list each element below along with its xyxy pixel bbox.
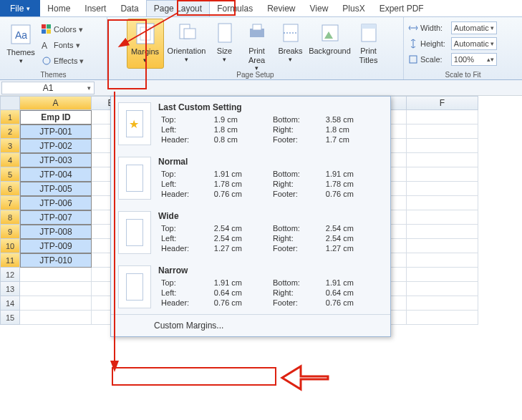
svg-rect-3 (47, 24, 51, 29)
row-header[interactable]: 6 (0, 182, 20, 196)
row-header[interactable]: 3 (0, 139, 20, 153)
size-button[interactable]: Size ▾ (210, 19, 240, 69)
effects-button[interactable]: Effects▾ (40, 53, 85, 69)
print-titles-button[interactable]: Print Titles (353, 19, 385, 69)
cell[interactable] (407, 110, 478, 124)
margins-option[interactable]: WideTop:2.54 cmBottom:2.54 cmLeft:2.54 c… (111, 205, 390, 260)
row-header[interactable]: 11 (0, 253, 20, 268)
cell[interactable]: JTP-004 (20, 167, 92, 182)
width-icon (408, 23, 418, 33)
tab-insert[interactable]: Insert (77, 0, 113, 16)
orientation-button[interactable]: Orientation ▾ (164, 19, 210, 69)
orientation-icon (175, 21, 198, 44)
custom-margins-item[interactable]: Custom Margins... (111, 314, 390, 336)
colors-button[interactable]: Colors▾ (40, 21, 85, 37)
cell[interactable]: JTP-001 (20, 124, 92, 139)
cell[interactable] (407, 311, 478, 325)
cell[interactable] (407, 167, 478, 182)
ribbon: Aa Themes ▾ Colors▾ A Fonts▾ Effects▾ (0, 17, 522, 80)
svg-rect-8 (137, 24, 154, 44)
svg-rect-20 (362, 24, 376, 29)
themes-button[interactable]: Aa Themes ▾ (4, 20, 37, 70)
formula-bar-row: A1 ▾ (0, 80, 522, 96)
cell[interactable] (407, 296, 478, 311)
tab-plusx[interactable]: PlusX (335, 0, 372, 16)
row-header[interactable]: 15 (0, 311, 20, 325)
cell[interactable] (20, 268, 92, 282)
tab-data[interactable]: Data (113, 0, 145, 16)
row-header[interactable]: 12 (0, 268, 20, 282)
cell[interactable]: JTP-007 (20, 210, 92, 225)
background-button[interactable]: Background (307, 19, 353, 69)
scale-input[interactable]: 100%▴▾ (451, 53, 497, 66)
chevron-down-icon: ▾ (185, 56, 188, 63)
cell[interactable] (407, 225, 478, 239)
cell[interactable] (407, 239, 478, 253)
cell[interactable] (407, 182, 478, 196)
row-header[interactable]: 9 (0, 225, 20, 239)
svg-text:Aa: Aa (15, 29, 27, 41)
cell[interactable] (20, 282, 92, 296)
option-title: Wide (158, 211, 383, 221)
tab-home[interactable]: Home (40, 0, 77, 16)
tab-review[interactable]: Review (260, 0, 302, 16)
width-select[interactable]: Automatic▾ (451, 21, 497, 34)
cell[interactable] (407, 282, 478, 296)
cell[interactable] (407, 139, 478, 153)
row-header[interactable]: 2 (0, 124, 20, 139)
breaks-button[interactable]: Breaks ▾ (274, 19, 307, 69)
chevron-down-icon: ▾ (19, 57, 23, 64)
group-themes: Aa Themes ▾ Colors▾ A Fonts▾ Effects▾ (0, 17, 107, 79)
height-select[interactable]: Automatic▾ (451, 37, 497, 50)
cell[interactable] (407, 268, 478, 282)
cell[interactable] (407, 210, 478, 225)
cell[interactable]: JTP-003 (20, 153, 92, 167)
cell[interactable] (20, 311, 92, 325)
row-header[interactable]: 13 (0, 282, 20, 296)
chevron-down-icon: ▾ (490, 40, 494, 47)
themes-icon: Aa (9, 23, 32, 46)
col-header-A[interactable]: A (20, 96, 92, 110)
cell[interactable] (20, 296, 92, 311)
print-area-button[interactable]: Print Area ▾ (240, 19, 274, 69)
row-header[interactable]: 14 (0, 296, 20, 311)
cell[interactable]: JTP-005 (20, 182, 92, 196)
tab-view[interactable]: View (303, 0, 336, 16)
margins-option[interactable]: NarrowTop:1.91 cmBottom:1.91 cmLeft:0.64… (111, 260, 390, 314)
scale-icon (408, 54, 418, 64)
tab-page-layout[interactable]: Page Layout (146, 0, 210, 16)
row-header[interactable]: 8 (0, 210, 20, 225)
cell[interactable]: JTP-008 (20, 225, 92, 239)
chevron-down-icon: ▾ (223, 56, 226, 63)
margins-option[interactable]: Last Custom SettingTop:1.9 cmBottom:3.58… (111, 97, 390, 151)
chevron-down-icon: ▾ (490, 24, 494, 31)
row-header[interactable]: 7 (0, 196, 20, 210)
colors-icon (42, 24, 52, 34)
row-header[interactable]: 1 (0, 110, 20, 124)
fonts-button[interactable]: A Fonts▾ (40, 37, 85, 53)
width-row: Width: (407, 20, 447, 36)
row-header[interactable]: 5 (0, 167, 20, 182)
cell[interactable]: Emp ID (20, 110, 92, 124)
cell[interactable]: JTP-009 (20, 239, 92, 253)
name-box[interactable]: A1 ▾ (1, 82, 95, 94)
row-header[interactable]: 10 (0, 239, 20, 253)
margins-button[interactable]: Margins ▾ (127, 19, 164, 69)
effects-icon (42, 56, 52, 66)
margins-option[interactable]: NormalTop:1.91 cmBottom:1.91 cmLeft:1.78… (111, 151, 390, 205)
cell[interactable] (407, 153, 478, 167)
file-tab[interactable]: File ▾ (0, 0, 40, 16)
chevron-down-icon: ▾ (289, 56, 292, 63)
option-title: Last Custom Setting (158, 102, 383, 112)
cell[interactable]: JTP-010 (20, 253, 92, 268)
row-header[interactable]: 4 (0, 153, 20, 167)
select-all-corner[interactable] (0, 96, 20, 110)
tab-formulas[interactable]: Formulas (210, 0, 260, 16)
cell[interactable]: JTP-006 (20, 196, 92, 210)
cell[interactable] (407, 196, 478, 210)
cell[interactable] (407, 124, 478, 139)
tab-expert-pdf[interactable]: Expert PDF (372, 0, 431, 16)
cell[interactable] (407, 253, 478, 268)
cell[interactable]: JTP-002 (20, 139, 92, 153)
col-header-F[interactable]: F (407, 96, 478, 110)
